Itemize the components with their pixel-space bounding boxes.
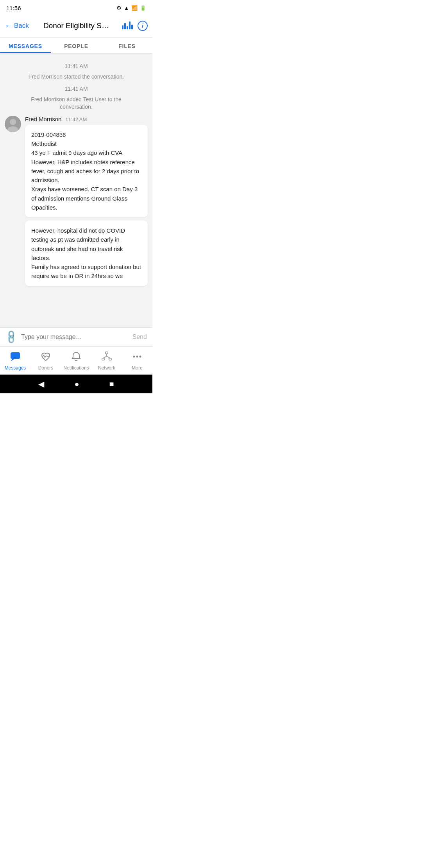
nav-item-donors[interactable]: Donors <box>30 347 61 375</box>
nav-label-network: Network <box>98 365 115 371</box>
nav-label-more: More <box>132 365 142 371</box>
message-input[interactable] <box>21 334 129 341</box>
message-time: 11:42 AM <box>65 117 87 122</box>
signal-icon: 📶 <box>131 5 138 11</box>
recent-system-button[interactable]: ■ <box>109 380 114 389</box>
system-message-1: Fred Morrison started the conversation. <box>14 73 138 81</box>
nav-label-donors: Donors <box>38 365 54 371</box>
status-bar: 11:56 ⚙ ▲ 📶 🔋 <box>0 0 152 14</box>
sender-name: Fred Morrison <box>25 116 61 122</box>
nav-item-more[interactable]: More <box>122 347 152 375</box>
status-time: 11:56 <box>6 5 21 11</box>
page-title: Donor Eligibility S… <box>36 22 116 30</box>
svg-point-1 <box>10 119 16 125</box>
home-system-button[interactable]: ● <box>74 380 79 389</box>
tab-people[interactable]: PEOPLE <box>51 38 102 53</box>
svg-rect-3 <box>11 352 20 359</box>
timestamp-2: 11:41 AM <box>5 86 148 92</box>
svg-line-10 <box>107 356 110 358</box>
svg-rect-5 <box>106 352 108 354</box>
attachment-icon[interactable]: 🔗 <box>3 329 19 345</box>
svg-rect-6 <box>102 358 104 360</box>
message-bubble-2: However, hospital did not do COVID testi… <box>25 221 148 286</box>
tab-files[interactable]: FILES <box>102 38 152 53</box>
back-label: Back <box>14 22 29 30</box>
back-arrow-icon: ← <box>5 21 13 30</box>
input-area: 🔗 Send <box>0 327 152 346</box>
dots-icon <box>132 351 143 364</box>
message-row: Fred Morrison 11:42 AM 2019-004836 Metho… <box>5 116 148 289</box>
message-content: Fred Morrison 11:42 AM 2019-004836 Metho… <box>25 116 148 289</box>
heart-pulse-icon <box>40 351 51 364</box>
nav-item-messages[interactable]: Messages <box>0 347 30 375</box>
nav-item-notifications[interactable]: Notifications <box>61 347 91 375</box>
nav-label-messages: Messages <box>5 365 26 371</box>
back-button[interactable]: ← Back <box>5 21 36 30</box>
network-icon <box>101 351 112 364</box>
avatar <box>5 116 21 132</box>
info-icon[interactable]: i <box>138 21 148 31</box>
svg-point-11 <box>133 355 135 357</box>
message-bubble-1: 2019-004836 Methodist 43 yo F admit 9 da… <box>25 125 148 217</box>
bar-chart-icon[interactable] <box>122 21 133 29</box>
svg-point-13 <box>139 355 141 357</box>
top-bar: ← Back Donor Eligibility S… i <box>0 14 152 38</box>
svg-line-9 <box>103 356 107 358</box>
svg-marker-4 <box>11 359 14 361</box>
bell-icon <box>71 351 82 364</box>
gear-icon: ⚙ <box>116 5 122 11</box>
battery-icon: 🔋 <box>140 5 146 11</box>
svg-rect-7 <box>109 358 111 360</box>
bottom-nav: Messages Donors Notifications <box>0 346 152 375</box>
tabs: MESSAGES PEOPLE FILES <box>0 38 152 54</box>
chat-bubble-icon <box>10 351 21 364</box>
system-message-2: Fred Morrison added Test User to the con… <box>14 96 138 111</box>
message-header: Fred Morrison 11:42 AM <box>25 116 148 122</box>
wifi-icon: ▲ <box>124 5 129 11</box>
svg-point-12 <box>136 355 138 357</box>
status-icons: ⚙ ▲ 📶 🔋 <box>116 5 146 11</box>
timestamp-1: 11:41 AM <box>5 63 148 69</box>
top-actions: i <box>116 21 148 31</box>
back-system-button[interactable]: ◀ <box>38 379 44 389</box>
tab-messages[interactable]: MESSAGES <box>0 38 51 53</box>
system-bar: ◀ ● ■ <box>0 375 152 393</box>
send-button[interactable]: Send <box>132 334 147 341</box>
nav-item-network[interactable]: Network <box>91 347 122 375</box>
messages-area: 11:41 AM Fred Morrison started the conve… <box>0 54 152 327</box>
nav-label-notifications: Notifications <box>63 365 89 371</box>
